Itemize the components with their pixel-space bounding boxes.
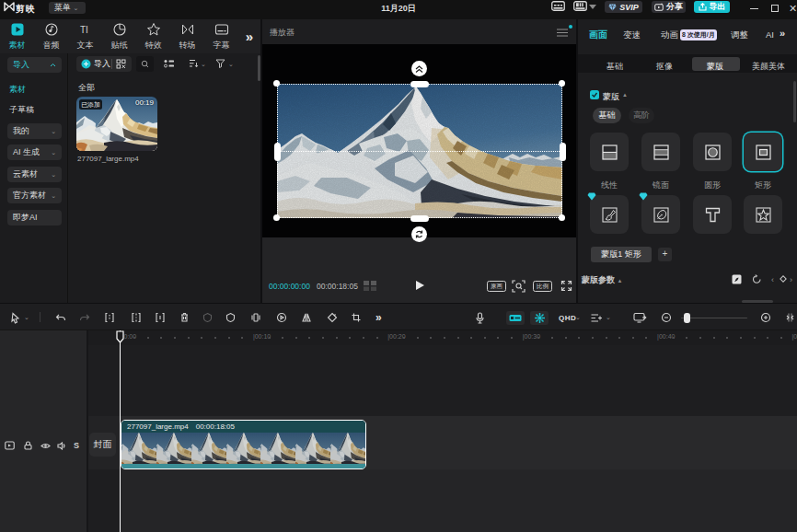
svg-text:TI: TI xyxy=(80,24,88,34)
